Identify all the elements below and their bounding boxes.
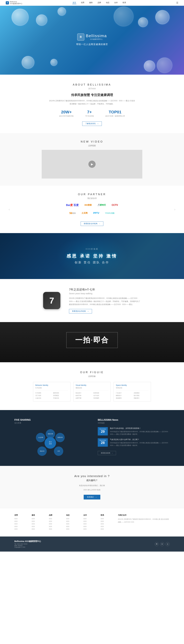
- stat-num: 7+: [85, 110, 94, 114]
- footer-link-item[interactable]: XXX: [14, 528, 26, 530]
- footer-info-1: Tel: XXX XXX XXXX: [14, 543, 41, 545]
- nav-link-首页[interactable]: 首页: [72, 2, 76, 4]
- figure-section: OUR FIGUIE 品牌形象 Behavior Identity 行为识别 行…: [0, 362, 184, 410]
- footer-link-item[interactable]: XXX: [83, 520, 95, 522]
- nav-link-动态[interactable]: 动态: [106, 2, 110, 4]
- partner-tudou: 土豆网: [82, 210, 88, 216]
- partner-youku: YOUKU优酷: [105, 210, 115, 216]
- qq-icon[interactable]: Q: [166, 542, 170, 546]
- footer-link-item[interactable]: XXX: [66, 523, 78, 525]
- seven-desc: 201X年,贝利斯玛为了建设更美好的XXX和XXX，XXX精心推进企业发展战略—…: [69, 297, 141, 306]
- footer-link-item[interactable]: XXX: [32, 526, 43, 527]
- video-title-en: NEW VIDEO: [0, 140, 184, 143]
- footer-link-item[interactable]: XXX: [66, 520, 78, 522]
- footer-link-item[interactable]: XXX: [83, 528, 95, 530]
- video-placeholder[interactable]: ▶: [42, 150, 142, 178]
- arrow-icon: →: [87, 310, 89, 312]
- figure-card-2: Space Identity 空间识别 门头设计店面规划橱窗设计指示系统装修规范…: [114, 382, 151, 402]
- partner-title-cn: 我们的伙伴: [0, 197, 184, 200]
- footer-link-item[interactable]: XXX: [14, 526, 26, 527]
- footer-col-合作: 合作XXXXXXXXXXXXXXX: [83, 514, 95, 531]
- footer-link-item[interactable]: XXX: [101, 518, 112, 520]
- footer-link-item[interactable]: XXX: [32, 523, 43, 525]
- about-headline: 传承民族智慧 专注亚健康调理: [0, 93, 184, 97]
- figure-title-cn: 品牌形象: [0, 375, 184, 378]
- partner-nav-right[interactable]: ›: [174, 208, 175, 212]
- footer-col-服务: 服务XXXXXXXXXXXXXXX: [32, 514, 43, 531]
- figure-card-item: 公益活动: [35, 397, 50, 399]
- logo-brand: Bellissima: [10, 1, 23, 2]
- figure-card-item: 装修规范: [116, 397, 131, 399]
- weibo-icon[interactable]: 微: [155, 542, 159, 546]
- footer-link-item[interactable]: XXX: [83, 518, 95, 520]
- footer-link-item[interactable]: XXX: [83, 523, 95, 525]
- nav-link-服务[interactable]: 服务: [89, 2, 93, 4]
- footer-link-item[interactable]: XXX: [101, 523, 112, 525]
- nav-logo: B Bellissima XXX健康管理中心: [6, 1, 23, 5]
- figure-card-0: Behavior Identity 行为识别 行为准则服务准则员工培训管理规范公…: [33, 382, 70, 402]
- hamburger-icon[interactable]: ☰: [176, 2, 178, 4]
- footer-link-item[interactable]: XXX: [101, 520, 112, 522]
- join-title-text: 一拍: [75, 336, 91, 344]
- news-content: 跑步不当未必有益，反而危害先着原稿！ XXXX动态为了建设更美好的XXX和XXX…: [110, 427, 170, 436]
- partner-more-btn[interactable]: 查看更多合作机构 →: [81, 222, 103, 226]
- figure-card-item: 形象展示: [134, 397, 149, 399]
- footer-link-item[interactable]: XXX: [32, 520, 43, 522]
- about-desc: 201X年,贝利斯玛为了建设更美好的XXX和XXX，XXX精心推进企业发展战略—…: [49, 99, 135, 106]
- news-item-1: November 28 气血充足的人是什么样子的，反之呢？ XXXX动态为了建设…: [98, 438, 170, 447]
- footer-link-item[interactable]: XXX: [66, 528, 78, 530]
- footer-link-item[interactable]: XXX: [66, 526, 78, 527]
- nav-link-品牌[interactable]: 品牌: [97, 2, 101, 4]
- arrow-icon: →: [95, 496, 97, 498]
- footer-brand-name: Bellissima XXX健康管理中心: [14, 540, 41, 543]
- play-icon[interactable]: ▶: [88, 160, 96, 168]
- footer-link-item[interactable]: XXX: [49, 526, 60, 527]
- footer-link-item[interactable]: XXX: [14, 518, 26, 520]
- figure-card-sub: 行为识别: [35, 387, 68, 389]
- partner-56: 56先乐: [69, 210, 76, 216]
- logo-icon: B: [6, 1, 9, 4]
- hero-content: B Bellissima XXX健康管理中心 帮助一亿人远离亚健康的痛苦: [76, 34, 108, 47]
- stat-num: TOP01: [105, 110, 125, 114]
- footer-col-优秀: 优秀XXXXXXXXXXXXXXX: [14, 514, 26, 531]
- footer-link-item[interactable]: XXX: [49, 523, 60, 525]
- footer-link-item[interactable]: XXX: [14, 523, 26, 525]
- footer-link-item[interactable]: XXX: [83, 526, 95, 527]
- footer-link-item[interactable]: XXX: [14, 520, 26, 522]
- footer-link-item[interactable]: XXX: [101, 526, 112, 527]
- footer-link-item[interactable]: XXX: [49, 528, 60, 530]
- wechat-icon[interactable]: W: [160, 542, 164, 546]
- footer-link-item[interactable]: XXX: [32, 528, 43, 530]
- hero-brand-icon: B: [77, 34, 84, 40]
- footer-partner-desc: 201X年,贝利斯玛为了建设更 美好的XXX和XXX，XXX精心推 进企业发展战…: [118, 518, 170, 524]
- nav-link-合作[interactable]: 合作: [114, 2, 118, 4]
- about-more-btn[interactable]: 了解更多资讯 →: [82, 122, 102, 126]
- hero-brand-sub: XXX健康管理中心: [86, 38, 107, 40]
- partner-nav-left[interactable]: ‹: [9, 208, 10, 212]
- footer-link-item[interactable]: XXX: [49, 520, 60, 522]
- seven-more-btn[interactable]: 查看更多合作机构 →: [69, 309, 92, 314]
- contact-btn[interactable]: 联系我们 →: [84, 495, 100, 500]
- figure-card-item: 标志设计: [76, 392, 91, 394]
- footer-partner-col: 与我们合作 201X年,贝利斯玛为了建设更 美好的XXX和XXX，XXX精心推 …: [118, 514, 170, 531]
- nav-link-优秀[interactable]: 优秀: [81, 2, 85, 4]
- footer-col-联系: 联系XXXXXXXXXXXXXXX: [101, 514, 112, 531]
- news-more-btn[interactable]: 查看更多新闻 →: [98, 451, 116, 455]
- footer-link-item[interactable]: XXX: [101, 528, 112, 530]
- footer-link-item[interactable]: XXX: [66, 518, 78, 520]
- interested-section: Are you interested in ? 感兴趣吗？ 有意向的伙伴请告诉我…: [0, 466, 184, 508]
- news-date-box: December 29: [98, 427, 108, 436]
- nav-link-联系[interactable]: 联系: [122, 2, 126, 4]
- video-title-cn: 品牌视频: [0, 144, 184, 147]
- footer-col-title: 动态: [66, 514, 78, 516]
- footer-col-title: 品牌: [49, 514, 60, 516]
- figure-card-grid: 门头设计店面规划橱窗设计指示系统装修规范形象展示: [116, 392, 149, 399]
- figure-card-item: 宣传物料: [93, 397, 108, 399]
- sharing-title-cn: 五大共享: [14, 422, 86, 424]
- interested-desc-2: XXX 来A上XXXX 给您: [0, 488, 184, 492]
- arrow-icon: →: [111, 452, 113, 454]
- footer-links-grid: 优秀XXXXXXXXXXXXXXX服务XXXXXXXXXXXXXXX品牌XXXX…: [14, 514, 170, 531]
- figure-card-item: 员工培训: [35, 394, 50, 396]
- footer-link-item[interactable]: XXX: [32, 518, 43, 520]
- footer-link-item[interactable]: XXX: [49, 518, 60, 520]
